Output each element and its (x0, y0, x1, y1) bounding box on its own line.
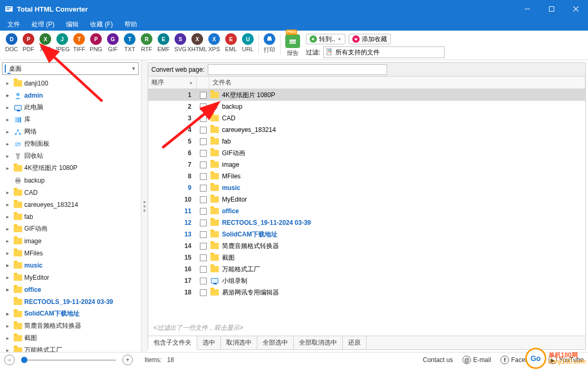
expand-icon[interactable]: ▸ (6, 262, 12, 268)
tree-node[interactable]: ▸GIF动画 (6, 223, 141, 235)
tree-node[interactable]: ▸回收站 (6, 150, 141, 162)
expand-icon[interactable]: ▸ (6, 335, 12, 341)
tree-node[interactable]: ▸截图 (6, 332, 141, 344)
file-row[interactable]: 2backup (148, 101, 585, 112)
file-row[interactable]: 14简鹿音频格式转换器 (148, 240, 585, 252)
menu-3[interactable]: 收藏 (F) (88, 19, 115, 30)
tree-node[interactable]: ▸music (6, 259, 141, 271)
tree-node[interactable]: ▸office (6, 283, 141, 296)
expand-icon[interactable]: ▸ (6, 202, 12, 207)
format-emf-button[interactable]: EEMF (155, 33, 172, 52)
report-button[interactable]: PRO 报告 (283, 33, 303, 57)
file-row[interactable]: 7image (148, 159, 585, 170)
format-txt-button[interactable]: TTXT (121, 33, 138, 52)
row-checkbox[interactable] (197, 196, 209, 203)
add-favorite-button[interactable]: 添加收藏 (349, 34, 391, 44)
file-row[interactable]: 9music (148, 182, 585, 194)
expand-icon[interactable]: ▸ (6, 165, 12, 171)
expand-icon[interactable]: ▸ (6, 92, 12, 98)
zoom-in-button[interactable]: + (122, 355, 133, 365)
tree-node[interactable]: ▸控制面板 (6, 138, 141, 150)
expand-icon[interactable]: ▸ (6, 117, 12, 122)
row-checkbox[interactable] (197, 173, 209, 180)
expand-icon[interactable]: ▸ (6, 274, 12, 280)
format-pdf-button[interactable]: PPDF (20, 33, 37, 52)
tree-node[interactable]: ▸image (6, 235, 141, 247)
goto-button[interactable]: 转到.. ▼ (306, 34, 345, 44)
tree-node[interactable]: ▸万能格式工厂 (6, 344, 141, 352)
filter-input[interactable]: 所有支持的文件 (323, 46, 445, 58)
file-row[interactable]: 16万能格式工厂 (148, 263, 585, 275)
format-doc-button[interactable]: DDOC (3, 33, 20, 52)
row-checkbox[interactable] (197, 92, 209, 99)
tree-node[interactable]: ▸简鹿音频格式转换器 (6, 320, 141, 332)
tree-node[interactable]: backup (6, 174, 141, 186)
file-row[interactable]: 15截图 (148, 252, 585, 263)
file-row[interactable]: 5fab (148, 136, 585, 147)
print-button[interactable]: 打印 (261, 33, 278, 54)
menu-2[interactable]: 编辑 (64, 19, 81, 30)
file-row[interactable]: 17小组录制 (148, 275, 585, 287)
sel-btn-0[interactable]: 包含子文件夹 (148, 336, 197, 350)
tree-node[interactable]: ▸此电脑 (6, 101, 141, 113)
expand-icon[interactable]: ▸ (6, 214, 12, 220)
tree-root[interactable]: 桌面 ▼ (2, 62, 139, 75)
expand-icon[interactable]: ▸ (6, 226, 12, 232)
tree-node[interactable]: ▸网络 (6, 126, 141, 138)
file-row[interactable]: 3CAD (148, 112, 585, 124)
tree-node[interactable]: ▸MyEditor (6, 271, 141, 283)
row-checkbox[interactable] (197, 103, 209, 110)
sel-btn-2[interactable]: 取消选中 (221, 336, 257, 350)
format-url-button[interactable]: UURL (239, 33, 256, 52)
zoom-out-button[interactable]: − (4, 355, 15, 365)
format-xhtml-button[interactable]: XXHTML (189, 33, 206, 52)
format-tiff-button[interactable]: TTIFF (71, 33, 88, 52)
maximize-button[interactable] (539, 0, 564, 18)
expand-icon[interactable]: ▸ (6, 323, 12, 329)
expand-icon[interactable]: ▸ (6, 189, 12, 195)
format-rtf-button[interactable]: RRTF (138, 33, 155, 52)
tree-node[interactable]: ▸MFiles (6, 247, 141, 259)
expand-icon[interactable]: ▸ (6, 104, 12, 110)
file-row[interactable]: 14K壁纸图片 1080P (148, 89, 585, 101)
file-row[interactable]: 18易游网讯专用编辑器 (148, 287, 585, 298)
format-gif-button[interactable]: GGIF (104, 33, 121, 52)
expand-icon[interactable]: ▸ (6, 129, 12, 135)
tree-node[interactable]: ▸库 (6, 113, 141, 126)
menu-1[interactable]: 处理 (P) (30, 19, 56, 30)
row-checkbox[interactable] (197, 138, 209, 145)
tree-node[interactable]: ▸careueyes_183214 (6, 198, 141, 211)
row-checkbox[interactable] (197, 161, 209, 168)
tree-node[interactable]: ▸4K壁纸图片 1080P (6, 162, 141, 174)
row-checkbox[interactable] (197, 278, 209, 284)
file-row[interactable]: 12RECTOOLS_19-11-2024 03-39 (148, 217, 585, 229)
column-filename[interactable]: 文件名 (209, 77, 585, 89)
row-checkbox[interactable] (197, 208, 209, 215)
row-checkbox[interactable] (197, 220, 209, 226)
expand-icon[interactable]: ▸ (6, 311, 12, 317)
expand-icon[interactable]: ▸ (6, 80, 12, 86)
expand-icon[interactable]: ▸ (6, 250, 12, 256)
menu-0[interactable]: 文件 (5, 19, 22, 30)
contact-link[interactable]: Contact us (423, 356, 453, 364)
zoom-slider[interactable] (21, 359, 116, 361)
expand-icon[interactable]: ▸ (6, 287, 12, 292)
row-checkbox[interactable] (197, 289, 209, 296)
sel-btn-4[interactable]: 全部取消选中 (294, 336, 343, 350)
row-checkbox[interactable] (197, 266, 209, 273)
file-row[interactable]: 10MyEditor (148, 194, 585, 205)
filter-hint[interactable]: <过滤出了一些文件，双击显示> (148, 320, 585, 336)
format-svg-button[interactable]: SSVG (172, 33, 189, 52)
file-row[interactable]: 6GIF动画 (148, 147, 585, 159)
format-eml-button[interactable]: EEML (223, 33, 239, 52)
format-jpeg-button[interactable]: JJPEG (54, 33, 71, 52)
tree-node[interactable]: ▸SolidCAM下载地址 (6, 308, 141, 320)
tree-node[interactable]: ▸admin (6, 89, 141, 101)
row-checkbox[interactable] (197, 150, 209, 157)
close-button[interactable] (564, 0, 588, 18)
menu-4[interactable]: 帮助 (122, 19, 139, 30)
convert-url-input[interactable] (208, 64, 387, 75)
row-checkbox[interactable] (197, 127, 209, 134)
format-png-button[interactable]: PPNG (88, 33, 104, 52)
sel-btn-1[interactable]: 选中 (197, 336, 221, 350)
